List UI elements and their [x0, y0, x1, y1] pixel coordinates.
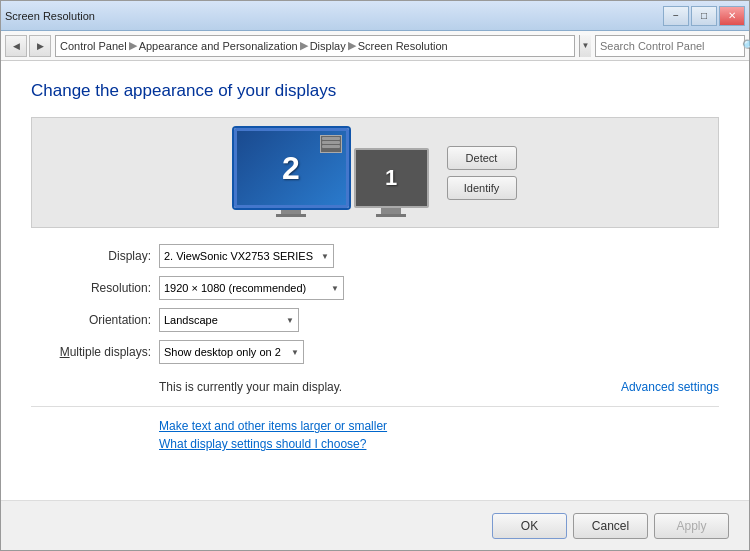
forward-button[interactable]: ▶	[29, 35, 51, 57]
display-select[interactable]: 2. ViewSonic VX2753 SERIES ▼	[159, 244, 334, 268]
title-bar: Screen Resolution − □ ✕	[1, 1, 749, 31]
multiple-displays-label: Multiple displays:	[31, 345, 151, 359]
nav-buttons: ◀ ▶	[5, 35, 51, 57]
resolution-value: 1920 × 1080 (recommended)	[164, 282, 306, 294]
monitor-container: 2 1	[234, 128, 429, 217]
advanced-settings-link[interactable]: Advanced settings	[621, 380, 719, 394]
path-segment-4: Screen Resolution	[358, 40, 448, 52]
monitor-2-base	[276, 214, 306, 217]
orientation-select[interactable]: Landscape ▼	[159, 308, 299, 332]
window-title: Screen Resolution	[5, 10, 95, 22]
monitor-2[interactable]: 2	[234, 128, 349, 217]
search-input[interactable]	[600, 40, 738, 52]
title-controls: − □ ✕	[663, 6, 745, 26]
main-display-text: This is currently your main display.	[159, 380, 342, 394]
path-segment-2: Appearance and Personalization	[139, 40, 298, 52]
ok-button[interactable]: OK	[492, 513, 567, 539]
page-title: Change the appearance of your displays	[31, 81, 719, 101]
mini-bar-1	[322, 137, 340, 140]
path-sep-1: ▶	[129, 39, 137, 52]
monitor-1[interactable]: 1	[354, 148, 429, 217]
mini-bar-2	[322, 141, 340, 144]
minimize-button[interactable]: −	[663, 6, 689, 26]
apply-button[interactable]: Apply	[654, 513, 729, 539]
resolution-select[interactable]: 1920 × 1080 (recommended) ▼	[159, 276, 344, 300]
mini-bar-3	[322, 145, 340, 148]
path-sep-3: ▶	[348, 39, 356, 52]
maximize-button[interactable]: □	[691, 6, 717, 26]
path-sep-2: ▶	[300, 39, 308, 52]
multiple-displays-select[interactable]: Show desktop only on 2 ▼	[159, 340, 304, 364]
close-button[interactable]: ✕	[719, 6, 745, 26]
divider	[31, 406, 719, 407]
display-label: Display:	[31, 249, 151, 263]
address-path-arrow[interactable]: ▼	[579, 35, 591, 57]
path-segment-3: Display	[310, 40, 346, 52]
monitor-1-number: 1	[385, 165, 397, 191]
resolution-label: Resolution:	[31, 281, 151, 295]
form-section: Display: 2. ViewSonic VX2753 SERIES ▼ Re…	[31, 244, 719, 364]
orientation-label: Orientation:	[31, 313, 151, 327]
display-value: 2. ViewSonic VX2753 SERIES	[164, 250, 313, 262]
multiple-displays-row: Multiple displays: Show desktop only on …	[31, 340, 719, 364]
multiple-displays-value: Show desktop only on 2	[164, 346, 281, 358]
display-arrow: ▼	[321, 252, 329, 261]
address-bar: ◀ ▶ Control Panel ▶ Appearance and Perso…	[1, 31, 749, 61]
display-settings-link[interactable]: What display settings should I choose?	[159, 437, 719, 451]
search-box[interactable]: 🔍	[595, 35, 745, 57]
monitor-2-mini-preview	[320, 135, 342, 153]
title-bar-left: Screen Resolution	[5, 10, 95, 22]
monitor-2-number: 2	[282, 150, 300, 187]
path-segment-1: Control Panel	[60, 40, 127, 52]
monitor-1-base	[376, 214, 406, 217]
display-preview-area: 2 1	[31, 117, 719, 228]
orientation-row: Orientation: Landscape ▼	[31, 308, 719, 332]
resolution-row: Resolution: 1920 × 1080 (recommended) ▼	[31, 276, 719, 300]
identify-button[interactable]: Identify	[447, 176, 517, 200]
monitor-2-screen: 2	[234, 128, 349, 208]
cancel-button[interactable]: Cancel	[573, 513, 648, 539]
main-window: Screen Resolution − □ ✕ ◀ ▶ Control Pane…	[0, 0, 750, 551]
address-path[interactable]: Control Panel ▶ Appearance and Personali…	[55, 35, 575, 57]
back-button[interactable]: ◀	[5, 35, 27, 57]
multiple-arrow: ▼	[291, 348, 299, 357]
info-section: This is currently your main display. Adv…	[31, 380, 719, 394]
search-icon: 🔍	[742, 39, 750, 53]
main-display-info: This is currently your main display. Adv…	[159, 380, 719, 394]
resolution-arrow: ▼	[331, 284, 339, 293]
detect-button[interactable]: Detect	[447, 146, 517, 170]
orientation-arrow: ▼	[286, 316, 294, 325]
larger-items-link[interactable]: Make text and other items larger or smal…	[159, 419, 719, 433]
orientation-value: Landscape	[164, 314, 218, 326]
action-buttons: Detect Identify	[447, 146, 517, 200]
display-row: Display: 2. ViewSonic VX2753 SERIES ▼	[31, 244, 719, 268]
content-area: Change the appearance of your displays 2	[1, 61, 749, 500]
bottom-bar: OK Cancel Apply	[1, 500, 749, 550]
monitor-1-screen: 1	[354, 148, 429, 208]
